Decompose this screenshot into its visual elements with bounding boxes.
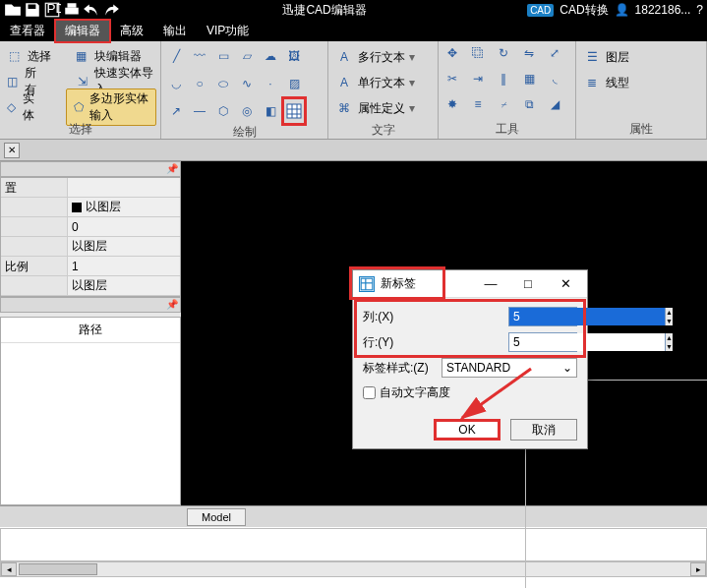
fillet-icon[interactable]: ◟: [545, 69, 564, 88]
undo-icon[interactable]: [83, 1, 100, 19]
donut-icon[interactable]: ◎: [236, 98, 258, 124]
cancel-button[interactable]: 取消: [510, 419, 577, 441]
user-icon: 👤: [615, 3, 629, 17]
copy-icon[interactable]: ⿻: [468, 43, 488, 63]
xline-icon[interactable]: —: [189, 98, 210, 124]
user-label[interactable]: 1822186...: [635, 3, 691, 17]
columns-spinner[interactable]: ▲▼: [508, 307, 577, 326]
row-down-icon[interactable]: ▼: [666, 342, 673, 351]
pline-icon[interactable]: 〰: [189, 43, 210, 69]
properties-grid: 置 以图层 0 以图层 比例1 以图层: [0, 177, 181, 297]
chevron-down-icon: ⌄: [562, 361, 572, 375]
pin-icon[interactable]: 📌: [166, 299, 178, 310]
dialog-title: 新标签: [381, 275, 469, 292]
dialog-titlebar[interactable]: 新标签 — □ ✕: [353, 270, 587, 298]
rows-spinner[interactable]: ▲▼: [508, 332, 577, 352]
spline-icon[interactable]: ∿: [236, 71, 258, 96]
ribbon-label-layer: 属性: [580, 121, 702, 137]
ribbon-label-select: 选择: [4, 121, 156, 137]
table-icon[interactable]: [283, 98, 305, 124]
print-icon[interactable]: [63, 1, 81, 19]
style-label: 标签样式:(Z): [363, 360, 436, 377]
mirror-icon[interactable]: ⇋: [519, 43, 539, 63]
arc-icon[interactable]: ◡: [165, 71, 187, 96]
col-up-icon[interactable]: ▲: [666, 308, 673, 317]
tools-grid: ✥⿻↻⇋⤢ ✂⇥‖▦◟ ✸≡⌿⧉◢: [442, 43, 571, 118]
line-icon[interactable]: ╱: [165, 43, 187, 69]
style-select[interactable]: STANDARD⌄: [442, 358, 577, 378]
col-down-icon[interactable]: ▼: [666, 317, 673, 325]
pin-icon[interactable]: 📌: [166, 163, 178, 174]
svg-rect-4: [287, 104, 301, 118]
menu-output[interactable]: 输出: [153, 20, 197, 42]
columns-input[interactable]: [509, 308, 665, 325]
scroll-thumb[interactable]: [19, 563, 97, 575]
maximize-button[interactable]: □: [512, 276, 544, 291]
extend-icon[interactable]: ⇥: [468, 69, 488, 88]
scroll-left-icon[interactable]: ◂: [1, 562, 17, 576]
join-icon[interactable]: ⧉: [519, 94, 539, 114]
doc-close-button[interactable]: ✕: [4, 143, 20, 158]
rows-input[interactable]: [509, 333, 665, 351]
offset-icon[interactable]: ‖: [494, 69, 513, 88]
layer-icon[interactable]: ☰: [582, 47, 602, 67]
ok-button[interactable]: OK: [434, 419, 501, 441]
break-icon[interactable]: ⌿: [494, 94, 513, 114]
trim-icon[interactable]: ✂: [442, 69, 462, 88]
ellipse-icon[interactable]: ⬭: [212, 71, 234, 96]
rect-icon[interactable]: ▭: [212, 43, 234, 69]
align-icon[interactable]: ≡: [468, 94, 488, 114]
mtext-icon[interactable]: A: [334, 47, 354, 67]
svg-rect-2: [65, 8, 79, 15]
open-icon[interactable]: [4, 1, 22, 19]
ribbon-label-tool: 工具: [442, 121, 571, 137]
explode-icon[interactable]: ✸: [442, 94, 462, 114]
path-panel: 路径: [0, 317, 181, 505]
scale-icon[interactable]: ⤢: [545, 43, 564, 63]
point-icon[interactable]: ·: [260, 71, 281, 96]
cad-convert-link[interactable]: CAD转换: [560, 2, 608, 19]
panel-header-2[interactable]: 📌: [0, 297, 181, 313]
draw-tools-grid: ╱ 〰 ▭ ▱ ☁ 🖼 ◡ ○ ⬭ ∿ · ▨ ↗ — ⬡ ◎ ◧: [165, 43, 324, 124]
columns-label: 列:(X): [363, 309, 436, 325]
minimize-button[interactable]: —: [475, 276, 506, 291]
row-up-icon[interactable]: ▲: [666, 333, 673, 342]
polygon2-icon[interactable]: ⬡: [212, 98, 234, 124]
chamfer-icon[interactable]: ◢: [545, 94, 564, 114]
image-icon[interactable]: 🖼: [283, 43, 305, 69]
ray-icon[interactable]: ↗: [165, 98, 187, 124]
blockedit-icon[interactable]: ▦: [71, 46, 90, 66]
pdf-icon[interactable]: PDF: [43, 1, 61, 19]
array-icon[interactable]: ▦: [519, 69, 539, 88]
auto-height-checkbox[interactable]: [363, 386, 376, 399]
hatch-icon[interactable]: ▨: [283, 71, 305, 96]
ribbon-label-text: 文字: [332, 122, 434, 138]
stext-icon[interactable]: A: [334, 73, 354, 92]
move-icon[interactable]: ✥: [442, 43, 462, 63]
rotate-icon[interactable]: ↻: [494, 43, 513, 63]
title-bar: PDF 迅捷CAD编辑器 CAD CAD转换 👤 1822186... ?: [0, 0, 707, 20]
linetype-icon[interactable]: ≣: [582, 73, 602, 92]
menu-vip[interactable]: VIP功能: [197, 20, 259, 42]
menu-advanced[interactable]: 高级: [110, 20, 153, 42]
close-button[interactable]: ✕: [550, 276, 581, 291]
all-icon[interactable]: ◫: [4, 72, 21, 91]
cloud-icon[interactable]: ☁: [260, 43, 281, 69]
ribbon-label-draw: 绘制: [165, 124, 324, 140]
circle-icon[interactable]: ○: [189, 71, 210, 96]
save-icon[interactable]: [24, 1, 41, 19]
model-tab[interactable]: Model: [187, 508, 246, 526]
region-icon[interactable]: ▱: [236, 43, 258, 69]
select-icon[interactable]: ⬚: [4, 46, 24, 66]
rows-label: 行:(Y): [363, 334, 436, 351]
menu-editor[interactable]: 编辑器: [55, 20, 110, 42]
panel-header[interactable]: 📌: [0, 161, 181, 177]
redo-icon[interactable]: [102, 1, 120, 19]
entity-icon[interactable]: ◇: [4, 97, 19, 117]
svg-text:PDF: PDF: [46, 1, 61, 16]
menu-viewer[interactable]: 查看器: [0, 20, 55, 42]
attdef-icon[interactable]: ⌘: [334, 98, 354, 118]
block-icon[interactable]: ◧: [260, 98, 281, 124]
help-icon[interactable]: ?: [696, 3, 703, 17]
auto-height-label: 自动文字高度: [380, 384, 450, 401]
